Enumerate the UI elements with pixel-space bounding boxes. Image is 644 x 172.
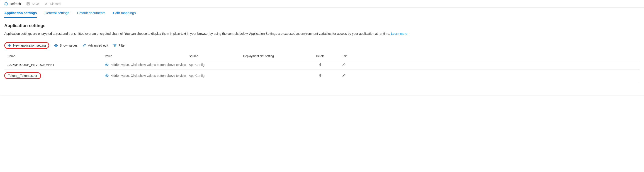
col-name: Name bbox=[8, 54, 105, 58]
discard-button[interactable]: Discard bbox=[44, 2, 60, 6]
setting-name[interactable]: ASPNETCORE_ENVIRONMENT bbox=[8, 63, 105, 67]
col-delete: Delete bbox=[307, 54, 334, 58]
advanced-edit-label: Advanced edit bbox=[88, 44, 108, 47]
tab-path-mappings[interactable]: Path mappings bbox=[113, 11, 136, 18]
edit-button[interactable] bbox=[342, 63, 346, 67]
table-row: Token__TokenIssuerHidden value. Click sh… bbox=[4, 69, 640, 82]
hidden-value-text: Hidden value. Click show values button a… bbox=[110, 74, 186, 77]
edit-button[interactable] bbox=[342, 74, 346, 77]
col-deployment-slot: Deployment slot setting bbox=[243, 54, 307, 58]
setting-source: App Config bbox=[189, 63, 243, 67]
save-icon bbox=[26, 2, 30, 6]
setting-name[interactable]: Token__TokenIssuer bbox=[4, 72, 41, 79]
show-values-button[interactable]: Show values bbox=[54, 44, 78, 47]
col-edit: Edit bbox=[334, 54, 354, 58]
filter-icon bbox=[113, 44, 117, 47]
show-values-label: Show values bbox=[60, 44, 78, 47]
pencil-icon bbox=[342, 74, 346, 77]
svg-rect-1 bbox=[28, 4, 29, 5]
pencil-icon bbox=[342, 63, 346, 67]
learn-more-link[interactable]: Learn more bbox=[391, 32, 407, 35]
advanced-edit-button[interactable]: Advanced edit bbox=[82, 44, 108, 47]
svg-point-3 bbox=[106, 64, 107, 65]
new-application-setting-button[interactable]: New application setting bbox=[4, 42, 49, 49]
tab-bar: Application settingsGeneral settingsDefa… bbox=[0, 8, 644, 18]
pencil-icon bbox=[82, 44, 86, 47]
save-button[interactable]: Save bbox=[26, 2, 39, 6]
section-description: Application settings are encrypted at re… bbox=[4, 31, 640, 36]
hidden-value-text: Hidden value. Click show values button a… bbox=[110, 63, 186, 67]
tab-general-settings[interactable]: General settings bbox=[44, 11, 69, 18]
col-source: Source bbox=[189, 54, 243, 58]
col-value: Value bbox=[105, 54, 189, 58]
section-title: Application settings bbox=[4, 23, 640, 28]
tab-default-documents[interactable]: Default documents bbox=[77, 11, 106, 18]
setting-source: App Config bbox=[189, 74, 243, 77]
table-header: Name Value Source Deployment slot settin… bbox=[4, 52, 640, 60]
svg-rect-0 bbox=[27, 3, 30, 5]
plus-icon bbox=[8, 44, 11, 47]
new-setting-label: New application setting bbox=[13, 44, 46, 47]
refresh-button[interactable]: Refresh bbox=[4, 2, 21, 6]
tab-application-settings[interactable]: Application settings bbox=[4, 11, 37, 18]
save-label: Save bbox=[32, 2, 39, 6]
filter-button[interactable]: Filter bbox=[113, 44, 126, 47]
filter-label: Filter bbox=[118, 44, 126, 47]
command-bar: Refresh Save Discard bbox=[0, 0, 644, 8]
svg-point-2 bbox=[56, 45, 56, 46]
eye-icon bbox=[105, 74, 108, 77]
refresh-label: Refresh bbox=[10, 2, 21, 6]
trash-icon bbox=[318, 74, 322, 77]
delete-button[interactable] bbox=[318, 63, 322, 67]
settings-toolbar: New application setting Show values A bbox=[4, 42, 640, 49]
eye-icon bbox=[54, 44, 58, 47]
settings-table: Name Value Source Deployment slot settin… bbox=[4, 52, 640, 82]
eye-icon bbox=[105, 63, 108, 67]
close-icon bbox=[44, 2, 48, 6]
trash-icon bbox=[318, 63, 322, 67]
delete-button[interactable] bbox=[318, 74, 322, 77]
svg-point-4 bbox=[106, 75, 107, 76]
discard-label: Discard bbox=[50, 2, 60, 6]
setting-value[interactable]: Hidden value. Click show values button a… bbox=[105, 74, 189, 77]
table-row: ASPNETCORE_ENVIRONMENTHidden value. Clic… bbox=[4, 60, 640, 69]
setting-value[interactable]: Hidden value. Click show values button a… bbox=[105, 63, 189, 67]
refresh-icon bbox=[4, 2, 8, 6]
